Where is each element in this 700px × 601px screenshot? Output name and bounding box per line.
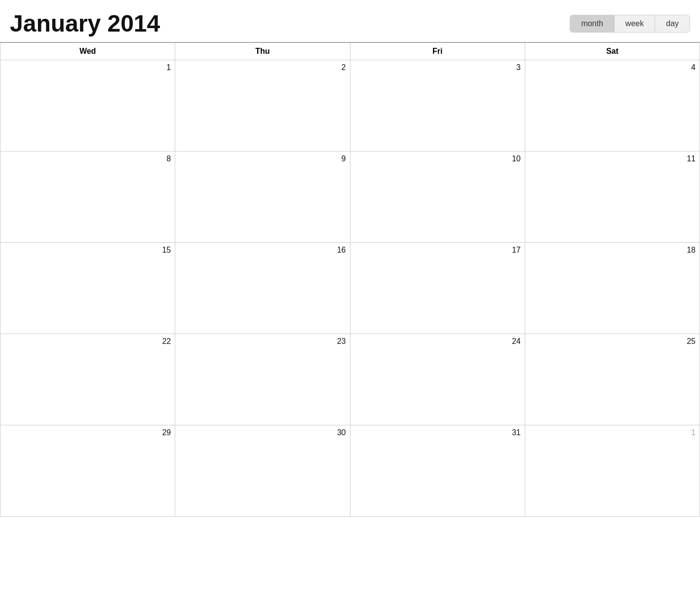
calendar-day-cell[interactable]: 18	[525, 243, 700, 334]
day-number: 1	[4, 63, 171, 72]
calendar-day-cell[interactable]: 16	[175, 243, 350, 334]
calendar-day-cell[interactable]: 11	[525, 151, 700, 243]
day-number: 30	[179, 428, 346, 437]
day-number: 1	[529, 428, 696, 437]
calendar-week-row: 1234	[0, 60, 700, 151]
calendar-day-cell[interactable]: 22	[0, 334, 175, 425]
calendar-day-cell[interactable]: 4	[525, 60, 700, 151]
calendar-header: January 2014 month week day	[0, 0, 700, 42]
calendar-day-cell[interactable]: 9	[175, 151, 350, 243]
calendar-header-row: Wed Thu Fri Sat	[0, 42, 700, 60]
day-number: 10	[354, 154, 521, 163]
calendar-day-cell[interactable]: 30	[175, 425, 350, 517]
day-view-button[interactable]: day	[655, 15, 690, 32]
calendar-day-cell[interactable]: 31	[350, 425, 525, 517]
calendar-week-row: 891011	[0, 151, 700, 243]
calendar-day-cell[interactable]: 23	[175, 334, 350, 425]
calendar-week-row: 15161718	[0, 243, 700, 334]
calendar-week-row: 22232425	[0, 334, 700, 425]
day-number: 2	[179, 63, 346, 72]
day-number: 8	[4, 154, 171, 163]
calendar-week-row: 2930311	[0, 425, 700, 517]
week-view-button[interactable]: week	[615, 15, 655, 32]
col-header-fri: Fri	[350, 42, 525, 60]
calendar-day-cell[interactable]: 15	[0, 243, 175, 334]
day-number: 18	[529, 246, 696, 255]
month-view-button[interactable]: month	[570, 15, 614, 32]
calendar-day-cell[interactable]: 1	[525, 425, 700, 517]
view-controls: month week day	[570, 15, 690, 33]
day-number: 29	[4, 428, 171, 437]
day-number: 11	[529, 154, 696, 163]
page-title: January 2014	[10, 10, 160, 37]
day-number: 3	[354, 63, 521, 72]
calendar-day-cell[interactable]: 17	[350, 243, 525, 334]
day-number: 16	[179, 246, 346, 255]
calendar-day-cell[interactable]: 25	[525, 334, 700, 425]
day-number: 9	[179, 154, 346, 163]
calendar-table: Wed Thu Fri Sat 123489101115161718222324…	[0, 42, 700, 517]
calendar-day-cell[interactable]: 8	[0, 151, 175, 243]
day-number: 23	[179, 337, 346, 346]
calendar-day-cell[interactable]: 2	[175, 60, 350, 151]
day-number: 24	[354, 337, 521, 346]
day-number: 22	[4, 337, 171, 346]
day-number: 4	[529, 63, 696, 72]
day-number: 31	[354, 428, 521, 437]
calendar-day-cell[interactable]: 24	[350, 334, 525, 425]
day-number: 17	[354, 246, 521, 255]
col-header-wed: Wed	[0, 42, 175, 60]
col-header-sat: Sat	[525, 42, 700, 60]
calendar-day-cell[interactable]: 10	[350, 151, 525, 243]
day-number: 15	[4, 246, 171, 255]
day-number: 25	[529, 337, 696, 346]
calendar-day-cell[interactable]: 1	[0, 60, 175, 151]
calendar-day-cell[interactable]: 29	[0, 425, 175, 517]
col-header-thu: Thu	[175, 42, 350, 60]
calendar-day-cell[interactable]: 3	[350, 60, 525, 151]
